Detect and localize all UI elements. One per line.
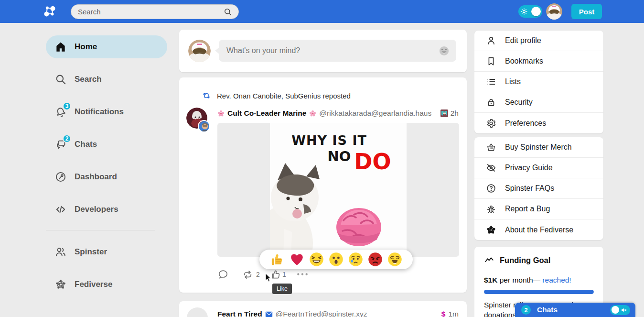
reaction-laughing-icon[interactable] (309, 252, 324, 267)
funding-progress-fill (484, 290, 594, 294)
next-post-avatar[interactable] (187, 307, 208, 317)
sidebar-item-notifications[interactable]: 3 Notifications (46, 100, 167, 123)
reaction-thumbs-up-icon[interactable] (270, 252, 285, 267)
search-icon (54, 73, 67, 86)
like-tooltip: Like (272, 284, 292, 294)
lock-icon (486, 97, 496, 108)
menu-item-preferences[interactable]: Preferences (474, 113, 603, 133)
sidebar-item-fediverse[interactable]: Fediverse (46, 273, 167, 296)
next-post-header: Feart n Tired @FeartnTired@spinster.xyz … (217, 310, 459, 317)
chats-bar[interactable]: 2 Chats (515, 303, 635, 317)
post-author-name[interactable]: Cult Co-Leader Marine (227, 109, 306, 118)
emoji-picker-icon[interactable] (439, 45, 450, 56)
more-options-button[interactable] (296, 272, 309, 277)
top-bar: Post (0, 0, 644, 23)
menu-item-privacy-guide[interactable]: Privacy Guide (474, 158, 603, 178)
sidebar-item-search[interactable]: Search (46, 68, 167, 91)
question-circle-icon (486, 183, 496, 194)
menu-item-security[interactable]: Security (474, 92, 603, 113)
post-button[interactable]: Post (571, 4, 602, 19)
sidebar-item-home[interactable]: Home (46, 35, 167, 58)
mouse-cursor (265, 273, 274, 283)
search-bar (71, 4, 239, 19)
menu-item-bookmarks[interactable]: Bookmarks (474, 51, 603, 72)
sidebar-item-dashboard[interactable]: Dashboard (46, 165, 167, 188)
miku-custom-emoji (440, 109, 448, 117)
funding-status-line: $1K per month— reached! (484, 276, 594, 284)
chats-bar-label: Chats (537, 306, 558, 314)
home-icon (54, 41, 67, 53)
repost-button[interactable] (242, 269, 254, 281)
bookmark-icon (486, 56, 496, 66)
spinster-logo-icon[interactable] (43, 4, 57, 19)
spinster-home-page: { "header": { "search_placeholder": "Sea… (0, 0, 644, 317)
notifications-badge: 3 (63, 102, 71, 110)
next-post-card: Feart n Tired @FeartnTired@spinster.xyz … (179, 301, 467, 317)
compose-input[interactable] (226, 46, 439, 55)
meme-image: WHY IS IT NO DO (270, 123, 407, 257)
people-icon (54, 246, 67, 258)
repost-context[interactable]: Rev. Onan Canobite, SubGenius reposted (202, 91, 351, 100)
search-icon[interactable] (223, 7, 233, 17)
compose-field-wrap (219, 40, 456, 62)
sidebar-divider (46, 230, 155, 230)
gear-icon (486, 118, 496, 129)
reaction-angry-icon[interactable] (368, 252, 383, 267)
sidebar-item-chats[interactable]: 2 Chats (46, 133, 167, 156)
composer-card (179, 30, 467, 72)
repost-icon (202, 91, 211, 100)
reaction-surprised-icon[interactable] (329, 252, 343, 267)
next-post-timestamp[interactable]: 1m (448, 310, 459, 317)
meme-line3: DO (354, 149, 391, 175)
menu-item-edit-profile[interactable]: Edit profile (474, 31, 603, 51)
fediverse-filled-icon (486, 225, 496, 235)
menu-item-merch[interactable]: Buy Spinster Merch (474, 137, 603, 158)
post-image[interactable]: WHY IS IT NO DO (217, 123, 459, 257)
links-menu: Buy Spinster Merch Privacy Guide Spinste… (474, 137, 603, 240)
reaction-picker (259, 250, 413, 269)
sidebar-item-developers[interactable]: Developers (46, 198, 167, 221)
menu-item-lists[interactable]: Lists (474, 72, 603, 92)
speaker-mute-icon (621, 306, 628, 314)
chats-icon: 2 (54, 138, 67, 151)
reaction-crying-icon[interactable] (348, 252, 363, 267)
theme-toggle[interactable] (518, 5, 542, 18)
meme-line2: NO (328, 148, 351, 164)
composer-avatar[interactable] (188, 40, 211, 62)
chats-toggle-knob (612, 306, 619, 314)
post-header-row: Cult Co-Leader Marine @rikkatakarada@gea… (217, 109, 459, 118)
funding-reached-link[interactable]: reached! (542, 276, 571, 284)
menu-item-report-bug[interactable]: Report a Bug (474, 199, 603, 219)
funding-progress-bar (484, 290, 594, 294)
menu-item-about-fediverse[interactable]: About the Fediverse (474, 219, 603, 240)
post-timestamp[interactable]: 2h (451, 109, 459, 118)
chats-bar-badge: 2 (521, 305, 531, 315)
sidebar-item-spinster[interactable]: Spinster (46, 240, 167, 263)
eye-off-icon (486, 163, 496, 173)
person-icon (486, 35, 496, 46)
menu-item-faqs[interactable]: Spinster FAQs (474, 178, 603, 199)
basket-icon (486, 142, 496, 153)
flower-emoji (217, 110, 225, 117)
next-post-handle[interactable]: @FeartnTired@spinster.xyz (276, 310, 367, 317)
funding-title: Funding Goal (500, 256, 550, 265)
code-icon (54, 203, 67, 216)
funding-amount: $1K (484, 276, 497, 284)
chats-mute-toggle[interactable] (610, 305, 630, 315)
post-author-handle[interactable]: @rikkatakarada@gearlandia.haus (319, 109, 431, 118)
user-avatar[interactable] (546, 3, 562, 20)
list-icon (486, 77, 496, 87)
comment-button[interactable] (217, 269, 229, 280)
reaction-weary-icon[interactable] (387, 252, 402, 267)
chats-badge: 2 (63, 134, 71, 143)
fediverse-icon (54, 278, 67, 291)
post-card: Rev. Onan Canobite, SubGenius reposted C… (179, 77, 467, 293)
search-input[interactable] (78, 8, 223, 16)
repost-count[interactable]: 2 (256, 271, 260, 278)
reaction-heart-icon[interactable] (290, 252, 304, 267)
like-count[interactable]: 1 (282, 271, 286, 278)
next-post-author-name[interactable]: Feart n Tired (217, 310, 262, 317)
reposter-avatar[interactable] (198, 120, 210, 132)
chart-icon (484, 255, 494, 265)
money-custom-emoji: $ (441, 310, 446, 317)
